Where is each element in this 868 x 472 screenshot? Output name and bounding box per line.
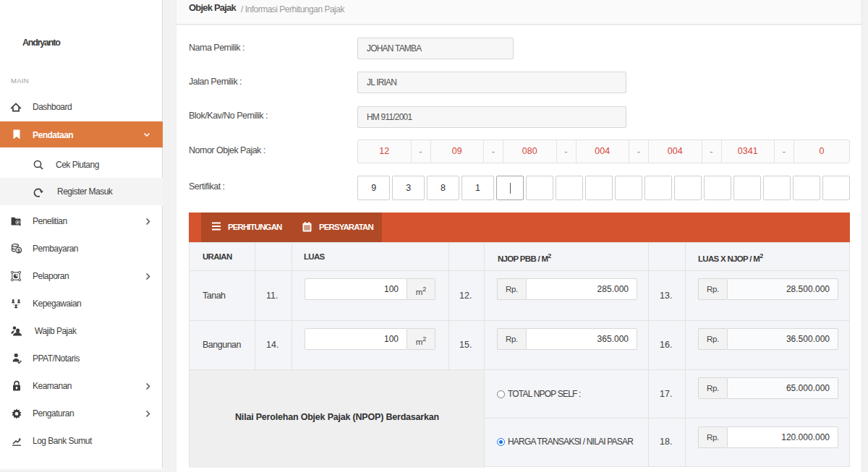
svg-text:$: $ — [17, 248, 20, 254]
